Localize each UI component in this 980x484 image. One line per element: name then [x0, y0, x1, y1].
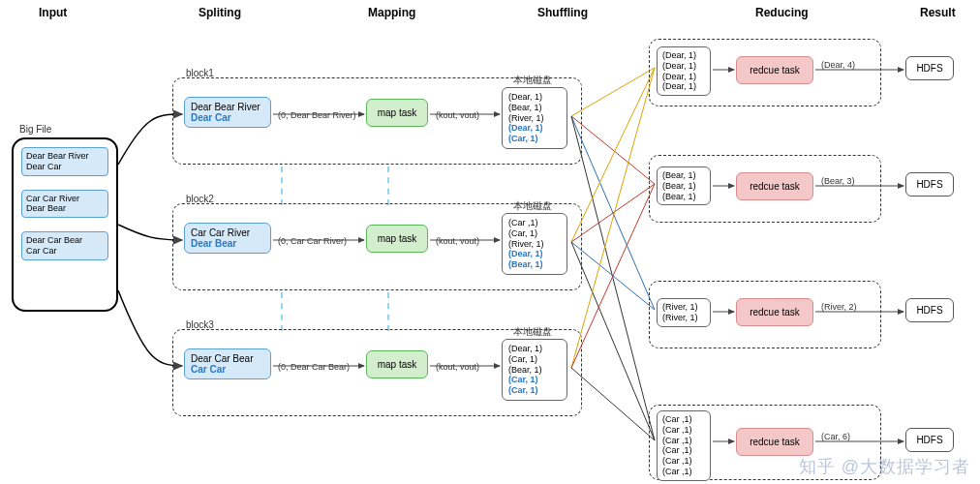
stage-shuffling: Shuffling — [537, 6, 588, 19]
block3-disk-0: (Dear, 1) — [508, 344, 561, 354]
block2-disk-2: (River, 1) — [508, 239, 561, 250]
block1-disk-1: (Bear, 1) — [508, 103, 561, 113]
block2-disk-e0: (Dear, 1) — [508, 249, 561, 259]
bigfile-line-0: Dear Bear River Dear Car — [21, 147, 108, 176]
block3-disk: (Dear, 1) (Car, 1) (Bear, 1) (Car, 1) (C… — [502, 339, 567, 401]
block1-disk-0: (Dear, 1) — [508, 92, 561, 103]
block2-split-extra: Dear Bear — [191, 238, 264, 249]
block3-mapin: (0, Dear Car Bear) — [278, 362, 350, 372]
svg-line-10 — [571, 68, 655, 242]
block1-disk-title: 本地磁盘 — [513, 74, 552, 87]
reducer3-output: (River, 2) — [821, 302, 857, 312]
reducer4-in-3: (Car ,1) — [662, 445, 705, 456]
reducer1-inputs: (Dear, 1) (Dear, 1) (Dear, 1) (Dear, 1) — [657, 46, 711, 96]
svg-line-11 — [571, 184, 655, 242]
reducer2-in-0: (Bear, 1) — [662, 170, 705, 181]
stage-splitting: Spliting — [199, 6, 241, 19]
reducer2-inputs: (Bear, 1) (Bear, 1) (Bear, 1) — [657, 166, 711, 205]
block2-mapout: (kout, vout) — [436, 236, 479, 246]
block3-disk-e0: (Car, 1) — [508, 375, 561, 385]
bigfile-line-1: Car Car River Dear Bear — [21, 190, 108, 219]
block3-disk-title: 本地磁盘 — [513, 325, 552, 339]
block3-disk-e1: (Car, 1) — [508, 385, 561, 396]
block2-disk-0: (Car ,1) — [508, 218, 561, 228]
svg-line-15 — [571, 184, 655, 368]
block3-disk-2: (Bear, 1) — [508, 365, 561, 376]
watermark: 知乎 @大数据学习者 — [799, 455, 970, 478]
svg-line-9 — [571, 116, 655, 440]
bigfile-line-2: Dear Car Bear Car Car — [21, 231, 108, 260]
reducer2-hdfs: HDFS — [905, 172, 954, 197]
reducer3-inputs: (River, 1) (River, 1) — [657, 298, 711, 327]
block1-disk-e1: (Car, 1) — [508, 134, 561, 144]
reducer1-in-3: (Dear, 1) — [662, 81, 705, 92]
block3-disk-1: (Car, 1) — [508, 354, 561, 365]
stage-input: Input — [39, 6, 67, 19]
svg-line-12 — [571, 242, 655, 310]
reducer4-in-1: (Car ,1) — [662, 425, 705, 436]
stage-result: Result — [920, 6, 956, 19]
block3-maptask: map task — [366, 350, 428, 378]
bigfile-title: Big File — [19, 124, 51, 135]
stage-mapping: Mapping — [368, 6, 415, 19]
reducer4-inputs: (Car ,1) (Car ,1) (Car ,1) (Car ,1) (Car… — [657, 410, 711, 481]
block2-disk: (Car ,1) (Car, 1) (River, 1) (Dear, 1) (… — [502, 213, 567, 275]
reducer1-in-0: (Dear, 1) — [662, 50, 705, 61]
reducer3-task: redcue task — [736, 298, 813, 326]
reducer4-in-5: (Car ,1) — [662, 467, 705, 477]
reducer4-in-0: (Car ,1) — [662, 414, 705, 425]
block3-split: Dear Car Bear Car Car — [184, 348, 271, 379]
block3-mapout: (kout, vout) — [436, 362, 479, 372]
block1-mapin: (0, Dear Bear River) — [278, 110, 356, 120]
reducer3-in-0: (River, 1) — [662, 302, 705, 313]
block1-disk: (Dear, 1) (Bear, 1) (River, 1) (Dear, 1)… — [502, 87, 567, 149]
reducer2-output: (Bear, 3) — [821, 176, 855, 186]
block3-split-main: Dear Car Bear — [191, 353, 264, 364]
reducer4-task: redcue task — [736, 428, 813, 456]
reducer1-hdfs: HDFS — [905, 56, 954, 80]
svg-line-14 — [571, 68, 655, 368]
block1-split: Dear Bear River Dear Car — [184, 97, 271, 128]
svg-line-8 — [571, 116, 655, 310]
block1-split-extra: Dear Car — [191, 112, 264, 123]
reducer1-task: redcue task — [736, 56, 813, 84]
block1-maptask: map task — [366, 99, 428, 127]
block2-disk-e1: (Bear, 1) — [508, 259, 561, 270]
block1-disk-e0: (Dear, 1) — [508, 123, 561, 134]
block1-split-main: Dear Bear River — [191, 102, 264, 112]
svg-line-6 — [571, 68, 655, 116]
reducer2-task: redcue task — [736, 172, 813, 200]
block2-disk-1: (Car, 1) — [508, 228, 561, 239]
reducer2-in-1: (Bear, 1) — [662, 181, 705, 192]
reducer2-in-2: (Bear, 1) — [662, 192, 705, 202]
reducer3-in-1: (River, 1) — [662, 313, 705, 323]
reducer1-in-2: (Dear, 1) — [662, 72, 705, 82]
block2-maptask: map task — [366, 225, 428, 253]
block2-mapin: (0, Car Car River) — [278, 236, 347, 246]
reducer4-output: (Car, 6) — [821, 432, 850, 441]
block1-disk-2: (River, 1) — [508, 113, 561, 124]
reducer4-in-4: (Car ,1) — [662, 456, 705, 467]
block3-split-extra: Car Car — [191, 364, 264, 375]
block2-disk-title: 本地磁盘 — [513, 199, 552, 213]
reducer1-output: (Dear, 4) — [821, 60, 855, 70]
reducer4-hdfs: HDFS — [905, 428, 954, 452]
block1-mapout: (kout, vout) — [436, 110, 479, 120]
block2-split-main: Car Car River — [191, 227, 264, 238]
bigfile-box: Dear Bear River Dear Car Car Car River D… — [12, 137, 118, 312]
reducer4-in-2: (Car ,1) — [662, 436, 705, 446]
svg-line-7 — [571, 116, 655, 184]
reducer3-hdfs: HDFS — [905, 298, 954, 322]
reducer1-in-1: (Dear, 1) — [662, 61, 705, 72]
svg-line-16 — [571, 368, 655, 440]
stage-reducing: Reducing — [755, 6, 809, 19]
svg-line-13 — [571, 242, 655, 440]
block2-split: Car Car River Dear Bear — [184, 223, 271, 254]
